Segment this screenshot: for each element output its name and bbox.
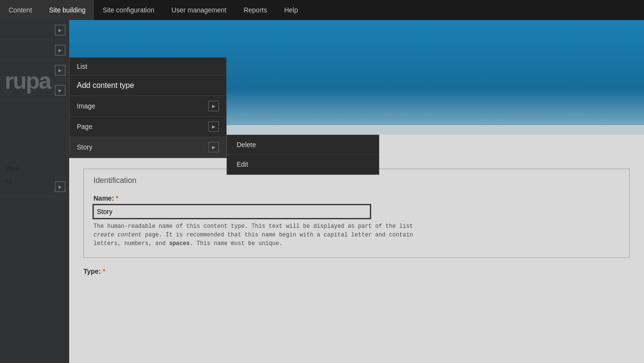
dropdown-item-list[interactable]: List [70,58,226,75]
dropdown-expand-page[interactable]: ► [208,121,219,132]
nav-item-content[interactable]: Content [0,0,41,20]
dropdown-item-add-content-type[interactable]: Add content type [70,75,226,96]
sub-dropdown-item-delete[interactable]: Delete [227,135,379,155]
dropdown-item-page[interactable]: Page ► [70,117,226,137]
dropdown-menu: List Add content type Image ► Page ► Sto… [69,57,227,158]
dropdown-expand-image[interactable]: ► [208,101,219,111]
dropdown-item-image[interactable]: Image ► [70,96,226,117]
nav-item-site-building[interactable]: Site building [41,0,94,20]
nav-item-user-management[interactable]: User management [163,0,235,20]
nav-item-help[interactable]: Help [276,0,307,20]
nav-item-site-configuration[interactable]: Site configuration [94,0,163,20]
dropdown-item-story[interactable]: Story ► [70,137,226,158]
sub-dropdown-story: Delete Edit [227,135,379,175]
sub-dropdown-item-edit[interactable]: Edit [227,155,379,174]
top-nav: Content Site building Site configuration… [0,0,644,20]
dropdown-expand-story[interactable]: ► [208,142,219,152]
nav-item-reports[interactable]: Reports [235,0,276,20]
